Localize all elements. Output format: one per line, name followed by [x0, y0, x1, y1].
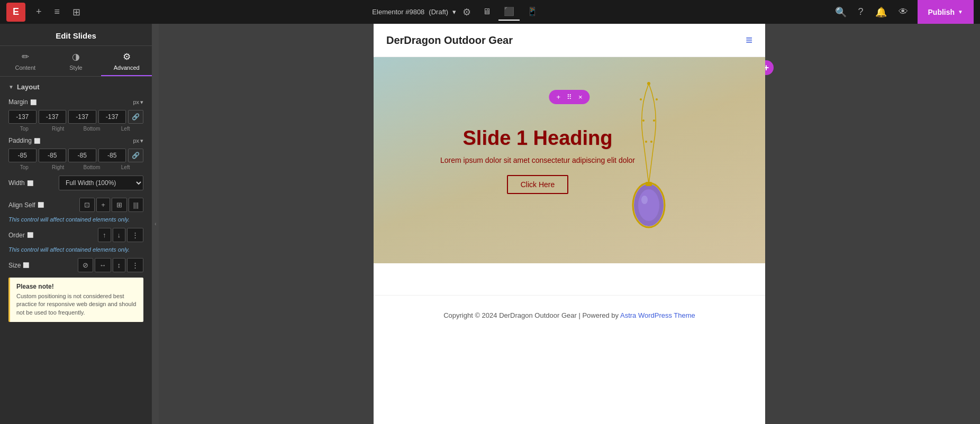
- align-self-group: ⊡ + ⊞ |||: [79, 198, 143, 212]
- margin-input-labels: Top Right Bottom Left: [8, 126, 143, 132]
- size-responsive-icon: ⬜: [23, 262, 29, 268]
- sidebar: Edit Slides ✏ Content ◑ Style ⚙ Advanced…: [0, 24, 152, 424]
- order-group: ↑ ↓ ⋮: [98, 228, 143, 242]
- website-brand: DerDragon Outdoor Gear: [386, 34, 513, 47]
- order-label: Order ⬜: [8, 232, 33, 239]
- svg-point-6: [645, 141, 647, 143]
- padding-row: Padding ⬜ px ▾: [8, 137, 143, 144]
- publish-label: Publish: [928, 8, 955, 16]
- padding-unit[interactable]: px ▾: [133, 137, 143, 144]
- mobile-device-btn[interactable]: 📱: [522, 3, 543, 21]
- info-note: Please note! Custom positioning is not c…: [8, 278, 143, 322]
- margin-top-input[interactable]: [8, 110, 37, 124]
- slide-cta-button[interactable]: Click Here: [507, 175, 569, 194]
- padding-inputs: 🔗: [8, 149, 143, 162]
- advanced-tab-icon: ⚙: [123, 51, 131, 62]
- device-switcher: 🖥 ⬛ 📱: [477, 3, 543, 21]
- size-none-btn[interactable]: ⊘: [78, 258, 93, 272]
- svg-point-4: [642, 119, 645, 122]
- align-self-stretch-btn[interactable]: |||: [129, 198, 143, 212]
- sidebar-title: Edit Slides: [0, 24, 152, 46]
- padding-right-input[interactable]: [39, 149, 67, 162]
- sidebar-collapse-handle[interactable]: ‹: [152, 24, 159, 424]
- notifications-icon[interactable]: 🔔: [873, 4, 889, 20]
- preview-icon[interactable]: 👁: [896, 4, 910, 20]
- margin-right-label: Right: [42, 126, 74, 132]
- responsive-icon[interactable]: ≡: [52, 4, 62, 20]
- padding-left-input[interactable]: [98, 149, 126, 162]
- style-tab-icon: ◑: [72, 51, 80, 62]
- padding-top-input[interactable]: [8, 149, 37, 162]
- layout-section-header[interactable]: ▼ Layout: [8, 83, 143, 91]
- margin-link-btn[interactable]: 🔗: [128, 110, 143, 124]
- order-responsive-icon: ⬜: [27, 232, 33, 238]
- size-custom-btn[interactable]: ⋮: [127, 258, 143, 272]
- site-title-area[interactable]: Elementor #9808 (Draft) ▾: [372, 8, 456, 16]
- layout-section-label: Layout: [17, 83, 40, 91]
- margin-bottom-label: Bottom: [76, 126, 108, 132]
- order-row: Order ⬜ ↑ ↓ ⋮: [8, 228, 143, 242]
- desktop-device-btn[interactable]: 🖥: [477, 4, 496, 21]
- widget-move-btn[interactable]: ⠿: [564, 92, 575, 102]
- align-self-label: Align Self ⬜: [8, 201, 44, 209]
- padding-bottom-label: Bottom: [76, 164, 108, 170]
- hamburger-icon[interactable]: ≡: [746, 33, 752, 47]
- margin-responsive-icon: ⬜: [30, 99, 37, 105]
- tab-style[interactable]: ◑ Style: [51, 46, 102, 76]
- style-tab-label: Style: [69, 64, 82, 71]
- svg-point-9: [641, 196, 648, 204]
- size-row: Size ⬜ ⊘ ↔ ↕ ⋮: [8, 258, 143, 272]
- size-group: ⊘ ↔ ↕ ⋮: [78, 258, 144, 272]
- svg-point-3: [653, 119, 655, 122]
- svg-point-0: [647, 82, 650, 85]
- svg-point-2: [640, 98, 642, 100]
- settings-icon[interactable]: ⚙: [460, 4, 473, 20]
- hero-content: Slide 1 Heading Lorem ipsum dolor sit am…: [440, 127, 635, 194]
- width-label: Width ⬜: [8, 179, 33, 187]
- margin-bottom-input[interactable]: [68, 110, 96, 124]
- site-title: Elementor #9808: [372, 8, 424, 16]
- elementor-logo[interactable]: E: [6, 3, 25, 22]
- margin-label: Margin ⬜: [8, 98, 37, 106]
- layers-icon[interactable]: ⊞: [70, 4, 83, 20]
- order-first-btn[interactable]: ↑: [98, 228, 111, 242]
- tab-content[interactable]: ✏ Content: [0, 46, 51, 76]
- align-self-center-btn[interactable]: +: [96, 198, 110, 212]
- tab-advanced[interactable]: ⚙ Advanced: [101, 46, 152, 76]
- width-select[interactable]: Full Width (100%) Custom: [59, 176, 143, 190]
- padding-label: Padding ⬜: [8, 137, 40, 144]
- size-grow-btn[interactable]: ↔: [95, 258, 111, 272]
- note-title: Please note!: [16, 283, 137, 290]
- widget-add-btn[interactable]: +: [553, 92, 564, 102]
- footer-link[interactable]: Astra WordPress Theme: [620, 311, 695, 319]
- top-bar-left: E + ≡ ⊞: [6, 3, 83, 22]
- canvas-area: DerDragon Outdoor Gear ≡ + ⠿ × +: [159, 24, 980, 424]
- publish-button[interactable]: Publish ▼: [918, 0, 974, 24]
- margin-inputs: 🔗: [8, 110, 143, 124]
- padding-link-btn[interactable]: 🔗: [128, 149, 143, 162]
- help-icon[interactable]: ?: [856, 4, 866, 20]
- search-icon[interactable]: 🔍: [833, 4, 849, 20]
- order-custom-btn[interactable]: ⋮: [127, 228, 143, 242]
- hero-section: Slide 1 Heading Lorem ipsum dolor sit am…: [374, 57, 765, 263]
- margin-left-input[interactable]: [98, 110, 126, 124]
- top-bar-center: Elementor #9808 (Draft) ▾ ⚙ 🖥 ⬛ 📱: [372, 3, 543, 21]
- widget-close-btn[interactable]: ×: [575, 92, 586, 102]
- main-area: Edit Slides ✏ Content ◑ Style ⚙ Advanced…: [0, 24, 980, 424]
- padding-right-label: Right: [42, 164, 74, 170]
- margin-unit[interactable]: px ▾: [133, 99, 143, 106]
- margin-left-label: Left: [110, 126, 141, 132]
- svg-point-1: [656, 98, 658, 100]
- align-self-end-btn[interactable]: ⊞: [112, 198, 127, 212]
- tablet-device-btn[interactable]: ⬛: [498, 3, 520, 21]
- size-shrink-btn[interactable]: ↕: [113, 258, 126, 272]
- align-self-responsive-icon: ⬜: [38, 202, 44, 208]
- add-element-icon[interactable]: +: [34, 4, 44, 20]
- order-last-btn[interactable]: ↓: [113, 228, 126, 242]
- top-bar-right: 🔍 ? 🔔 👁 Publish ▼: [833, 0, 974, 24]
- dropdown-arrow-icon: ▾: [452, 8, 456, 16]
- margin-right-input[interactable]: [39, 110, 67, 124]
- padding-bottom-input[interactable]: [68, 149, 96, 162]
- layout-collapse-icon: ▼: [8, 84, 14, 90]
- align-self-start-btn[interactable]: ⊡: [79, 198, 95, 212]
